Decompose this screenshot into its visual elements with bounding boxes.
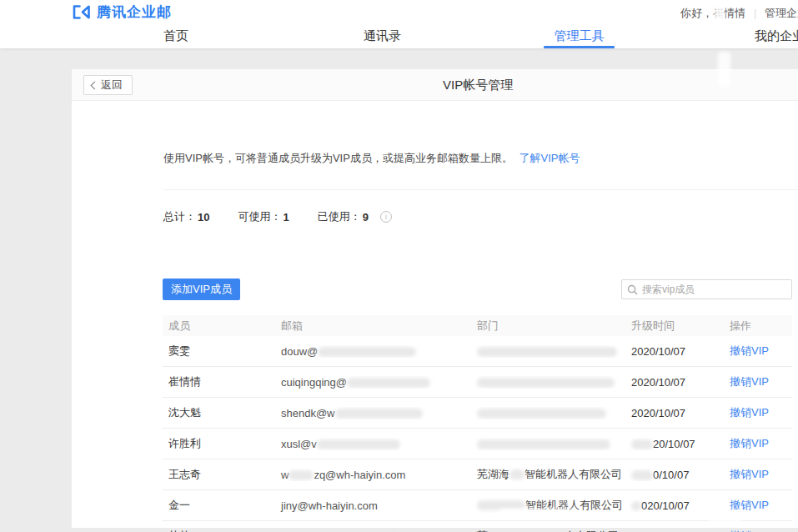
col-header-upgrade-time: 升级时间 — [625, 319, 724, 334]
member-email: shendk@w — [275, 407, 471, 419]
stat-available-label: 可使用： — [238, 209, 281, 224]
member-name: 艾芸 — [163, 529, 275, 532]
member-email: jiny@wh-haiyin.com — [275, 499, 471, 512]
revoke-vip-link[interactable]: 撤销VIP — [730, 406, 769, 419]
redaction-blur — [289, 470, 314, 480]
table-row: 崔情情 cuiqingqing@ 2020/10/07 撤销VIP — [163, 367, 792, 398]
dept-text: 智能机器人有限公司 — [524, 468, 622, 480]
vip-management-card: 返回 VIP帐号管理 使用VIP帐号，可将普通成员升级为VIP成员，或提高业务邮… — [72, 69, 798, 528]
member-email: wzq@wh-haiyin.com — [275, 469, 471, 481]
member-department — [471, 438, 625, 450]
upgrade-date: 020/10/07 — [625, 499, 724, 512]
email-text: w — [281, 469, 289, 481]
member-department — [471, 345, 625, 358]
table-row: 艾芸 aiy@ 芜人有限公司 2020/10/07 撤销VIP — [163, 521, 792, 532]
stat-used-value: 9 — [363, 211, 369, 223]
email-text: xusl@v — [281, 438, 317, 450]
nav-item-contacts[interactable]: 通讯录 — [364, 25, 401, 48]
member-name: 沈大魁 — [163, 405, 275, 420]
stat-available: 可使用：1 — [238, 209, 289, 224]
active-tab-underline — [544, 46, 615, 48]
redaction-smudge — [709, 510, 742, 523]
section-divider — [163, 189, 798, 190]
table-row: 王志奇 wzq@wh-haiyin.com 芜湖海智能机器人有限公司 0/10/… — [163, 459, 792, 490]
upgrade-date: 20/10/07 — [625, 438, 724, 450]
table-row: 许胜利 xusl@v 20/10/07 撤销VIP — [163, 429, 792, 459]
main-nav: 首页 通讯录 管理工具 我的企业 — [0, 25, 798, 48]
brand-logo[interactable]: 腾讯企业邮 — [71, 3, 172, 22]
redaction-blur — [477, 378, 615, 388]
date-text: 2020/10/07 — [631, 345, 685, 358]
action-cell: 撤销VIP — [724, 436, 792, 451]
date-text: 2020/10/07 — [631, 407, 685, 419]
date-text: 20/10/07 — [653, 438, 695, 450]
info-icon[interactable]: i — [380, 211, 392, 223]
table-row: 窦雯 douw@ 2020/10/07 撤销VIP — [163, 336, 792, 367]
email-text: cuiqingqing@ — [281, 376, 347, 389]
learn-more-link[interactable]: 了解VIP帐号 — [519, 152, 580, 164]
topbar-separator: | — [754, 8, 756, 19]
logo-text: 腾讯企业邮 — [97, 3, 172, 22]
revoke-vip-link[interactable]: 撤销VIP — [730, 499, 769, 511]
stat-available-value: 1 — [283, 211, 289, 223]
greeting-text: 你好，崔情情 — [680, 6, 745, 21]
topbar: 腾讯企业邮 你好，崔情情 | 管理企业 — [0, 0, 798, 25]
redaction-smudge — [499, 509, 575, 516]
redaction-blur — [631, 501, 641, 511]
back-button[interactable]: 返回 — [83, 75, 133, 95]
redaction-blur — [318, 347, 416, 357]
email-text: douw@ — [281, 345, 318, 358]
member-email: cuiqingqing@ — [275, 376, 471, 389]
action-cell: 撤销VIP — [724, 344, 792, 359]
search-icon — [627, 284, 638, 295]
nav-item-home[interactable]: 首页 — [163, 25, 188, 48]
revoke-vip-link[interactable]: 撤销VIP — [730, 468, 769, 480]
redaction-blur — [477, 439, 610, 449]
upgrade-date: 2020/10/07 — [625, 407, 724, 419]
member-name: 金一 — [163, 498, 275, 513]
admin-link[interactable]: 管理企业 — [765, 6, 798, 21]
col-header-action: 操作 — [724, 319, 792, 334]
member-name: 窦雯 — [163, 344, 275, 359]
nav-item-admin-tools[interactable]: 管理工具 — [544, 25, 615, 48]
upgrade-date: 2020/10/07 — [625, 376, 724, 389]
search-input[interactable] — [642, 284, 786, 295]
date-text: 020/10/07 — [641, 499, 690, 512]
action-cell: 撤销VIP — [724, 374, 792, 389]
upgrade-date: 2020/10/07 — [625, 345, 724, 358]
action-cell: 撤销VIP — [724, 467, 792, 482]
upgrade-date: 0/10/07 — [625, 469, 724, 481]
member-name: 崔情情 — [163, 374, 275, 389]
nav-item-my-company[interactable]: 我的企业 — [755, 25, 798, 48]
col-header-member: 成员 — [163, 319, 275, 334]
member-name: 王志奇 — [163, 467, 275, 482]
redaction-blur — [317, 439, 400, 449]
add-vip-member-button[interactable]: 添加VIP成员 — [163, 279, 240, 300]
table-header-row: 成员 邮箱 部门 升级时间 操作 — [163, 315, 792, 336]
vip-description-text: 使用VIP帐号，可将普通成员升级为VIP成员，或提高业务邮箱数量上限。 — [163, 152, 513, 164]
date-text: 2020/10/07 — [631, 376, 685, 389]
revoke-vip-link[interactable]: 撤销VIP — [730, 375, 769, 388]
action-cell: 撤销VIP — [724, 529, 792, 532]
revoke-vip-link[interactable]: 撤销VIP — [730, 437, 769, 449]
member-name: 许胜利 — [163, 436, 275, 451]
member-department: 芜人有限公司 — [471, 529, 625, 532]
email-text: shendk@w — [281, 407, 335, 419]
member-department: 芜湖海智能机器人有限公司 — [471, 467, 625, 482]
member-department — [471, 407, 625, 419]
date-text: 0/10/07 — [653, 469, 689, 481]
vip-members-table: 成员 邮箱 部门 升级时间 操作 窦雯 douw@ 2020/10/07 撤销V… — [163, 315, 792, 532]
action-cell: 撤销VIP — [724, 405, 792, 420]
email-text: zq@wh-haiyin.com — [314, 469, 405, 481]
table-row: 金一 jiny@wh-haiyin.com 智能机器人有限公司 020/10/0… — [163, 490, 792, 521]
exmail-logo-icon — [71, 4, 91, 20]
topbar-right: 你好，崔情情 | 管理企业 — [680, 6, 798, 21]
vip-description: 使用VIP帐号，可将普通成员升级为VIP成员，或提高业务邮箱数量上限。 了解VI… — [163, 151, 580, 166]
redaction-smudge — [718, 52, 730, 87]
stat-used-label: 已使用： — [318, 209, 361, 224]
stat-total-label: 总计： — [163, 209, 196, 224]
revoke-vip-link[interactable]: 撤销VIP — [730, 344, 769, 357]
col-header-email: 邮箱 — [275, 319, 471, 334]
member-email: xusl@v — [275, 438, 471, 450]
chevron-left-icon — [91, 82, 99, 90]
